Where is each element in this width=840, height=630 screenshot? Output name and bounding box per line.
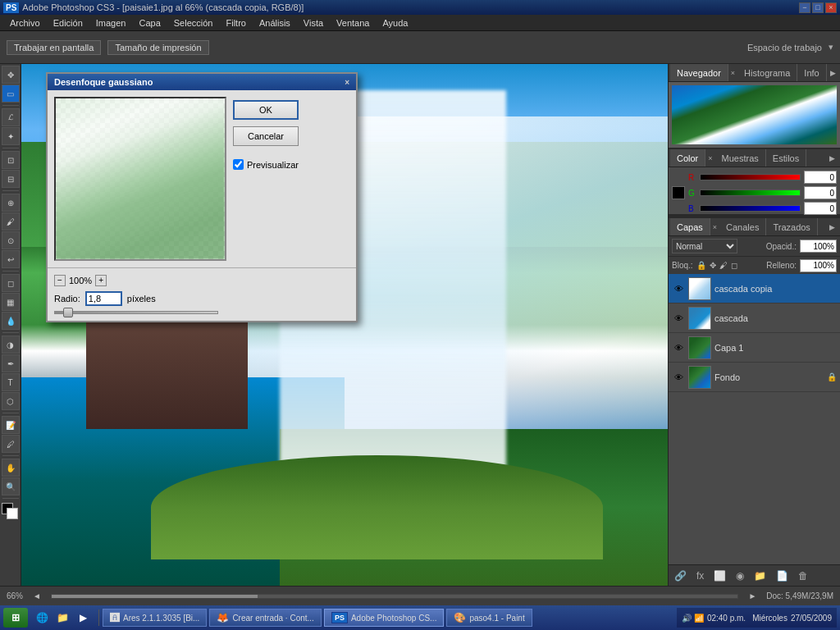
menu-ayuda[interactable]: Ayuda [376,15,414,30]
menu-analisis[interactable]: Análisis [253,15,297,30]
tool-magic-wand[interactable]: ✦ [2,127,20,145]
tool-eraser[interactable]: ◻ [2,274,20,292]
delete-layer-btn[interactable]: 🗑 [796,569,810,582]
opacity-input[interactable] [800,240,837,253]
fill-input[interactable] [800,259,837,272]
color-close[interactable]: × [705,154,714,162]
work-on-screen-button[interactable]: Trabajar en pantalla [7,40,101,55]
nav-close[interactable]: × [728,69,737,77]
adjustment-layer-btn[interactable]: ◉ [733,569,746,582]
taskbar-app-photoshop[interactable]: PS Adobe Photoshop CS... [324,609,445,627]
nav-panel-menu[interactable]: ▶ [827,69,839,77]
layer-item-cascada[interactable]: cascada [669,304,840,333]
dialog-close-button[interactable]: × [345,78,349,87]
tab-canales[interactable]: Canales [719,218,766,235]
menu-capa[interactable]: Capa [132,15,167,30]
g-slider[interactable] [700,189,801,196]
ok-button[interactable]: OK [233,100,299,120]
draw-lock-icon[interactable]: 🖌 [719,261,728,270]
r-value-input[interactable] [804,171,837,184]
menu-vista[interactable]: Vista [297,15,330,30]
layer-eye-capa1[interactable] [672,341,685,354]
tool-move[interactable]: ✥ [2,66,20,84]
tool-notes[interactable]: 📝 [2,416,20,434]
maximize-button[interactable]: □ [812,2,824,13]
tool-zoom[interactable]: 🔍 [2,477,20,495]
tool-lasso[interactable]: 𝓛 [2,108,20,126]
color-panel-menu[interactable]: ▶ [826,154,838,162]
menu-filtro[interactable]: Filtro [219,15,252,30]
layer-eye-fondo[interactable] [672,371,685,384]
layer-item-cascada-copia[interactable]: cascada copia [669,274,840,304]
tool-dodge[interactable]: ◑ [2,336,20,354]
b-slider[interactable] [700,205,801,212]
new-group-btn[interactable]: 📁 [751,569,769,582]
move-lock-icon[interactable]: ✥ [710,261,716,270]
tool-text[interactable]: T [2,373,20,391]
tab-navegador[interactable]: Navegador [670,64,728,81]
menu-ventana[interactable]: Ventana [330,15,376,30]
pixel-lock-icon[interactable]: ◻ [731,261,737,270]
radius-slider-thumb[interactable] [63,308,73,317]
zoom-minus-button[interactable]: − [54,275,66,286]
tool-blur[interactable]: 💧 [2,312,20,330]
tab-trazados[interactable]: Trazados [766,218,817,235]
add-mask-btn[interactable]: ⬜ [711,569,728,582]
quick-launch-folder[interactable]: 📁 [53,609,71,627]
foreground-color-swatch[interactable] [672,186,685,199]
tab-info[interactable]: Info [797,64,826,81]
radius-slider-track[interactable] [54,311,218,314]
tab-color[interactable]: Color [670,149,705,167]
tool-crop[interactable]: ⊡ [2,151,20,169]
menu-seleccion[interactable]: Selección [167,15,220,30]
tab-estilos[interactable]: Estilos [766,149,806,167]
b-value-input[interactable] [804,202,837,215]
layer-item-fondo[interactable]: Fondo 🔒 [669,363,840,392]
taskbar-app-ares[interactable]: 🅰 Ares 2.1.1.3035 [Bi... [103,609,207,627]
scroll-thumb[interactable] [52,595,258,598]
tool-path[interactable]: ⬡ [2,392,20,410]
tool-eyedropper[interactable]: 🖊 [2,435,20,453]
close-button[interactable]: × [825,2,837,13]
menu-edicion[interactable]: Edición [47,15,89,30]
tool-slice[interactable]: ⊟ [2,170,20,188]
link-layers-btn[interactable]: 🔗 [672,569,689,582]
menu-archivo[interactable]: Archivo [3,15,47,30]
scroll-left-btn[interactable]: ◄ [33,591,41,600]
tab-muestras[interactable]: Muestras [715,149,766,167]
workspace-dropdown-icon[interactable]: ▾ [829,42,833,52]
lock-icon[interactable]: 🔒 [696,261,706,270]
start-button[interactable]: ⊞ [3,608,28,628]
blend-mode-select[interactable]: Normal Multiplicar Pantalla [672,239,737,253]
scroll-right-btn[interactable]: ► [748,591,756,600]
tab-histograma[interactable]: Histograma [737,64,797,81]
tool-selection-rect[interactable]: ▭ [2,84,20,103]
quick-launch-media[interactable]: ▶ [74,609,92,627]
foreground-bg-color[interactable] [2,503,20,521]
taskbar-app-paint[interactable]: 🎨 paso4.1 - Paint [446,609,532,627]
layer-item-capa1[interactable]: Capa 1 [669,333,840,363]
minimize-button[interactable]: − [799,2,810,13]
layers-close[interactable]: × [710,223,719,231]
dialog-title-bar[interactable]: Desenfoque gaussiano × [48,74,356,90]
new-layer-btn[interactable]: 📄 [774,569,791,582]
tab-capas[interactable]: Capas [670,218,710,235]
quick-launch-ie[interactable]: 🌐 [33,609,51,627]
tool-stamp[interactable]: ⊙ [2,231,20,249]
preview-checkbox[interactable] [233,159,244,170]
tool-pen[interactable]: ✒ [2,354,20,372]
layer-fx-btn[interactable]: fx [694,569,706,582]
tool-brush[interactable]: 🖌 [2,212,20,231]
tool-history-brush[interactable]: ↩ [2,250,20,268]
g-value-input[interactable] [804,186,837,199]
taskbar-app-firefox[interactable]: 🦊 Crear entrada · Cont... [209,609,322,627]
r-slider[interactable] [700,174,801,180]
menu-imagen[interactable]: Imagen [89,15,133,30]
radius-input[interactable]: 1,8 [85,291,122,306]
scroll-track[interactable] [51,594,738,599]
layer-eye-cascada[interactable] [672,312,685,325]
tool-hand[interactable]: ✋ [2,459,20,477]
layer-eye-cascada-copia[interactable] [672,282,685,295]
tool-gradient[interactable]: ▦ [2,293,20,311]
tool-healing[interactable]: ⊕ [2,194,20,212]
